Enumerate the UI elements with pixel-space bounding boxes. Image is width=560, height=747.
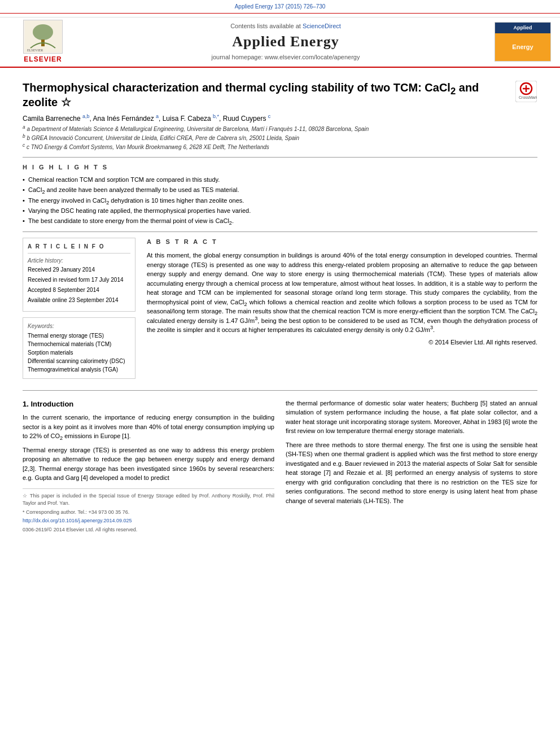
journal-title: Applied Energy: [77, 32, 495, 52]
svg-point-1: [33, 24, 53, 40]
body-right-paragraph-1: the thermal performance of domestic sola…: [286, 399, 537, 436]
sciencedirect-link[interactable]: ScienceDirect: [303, 23, 341, 29]
section-divider-2: [23, 231, 537, 232]
intro-paragraph-2: Thermal energy storage (TES) is presente…: [23, 445, 274, 483]
article-info-column: A R T I C L E I N F O Article history: R…: [23, 238, 135, 385]
article-info-abstract: A R T I C L E I N F O Article history: R…: [23, 238, 537, 385]
revised-date: Received in revised form 17 July 2014: [28, 276, 130, 284]
accepted-date: Accepted 8 September 2014: [28, 286, 130, 294]
intro-paragraph-1: In the current scenario, the importance …: [23, 413, 274, 441]
header-main: ELSEVIER ELSEVIER Contents lists availab…: [0, 17, 560, 67]
applied-energy-logo-top: Applied: [495, 23, 550, 33]
article-title: Thermophysical characterization and ther…: [23, 80, 506, 110]
crossmark-logo: CrossMark: [515, 80, 537, 103]
footer-section: ☆ This paper is included in the Special …: [23, 488, 274, 534]
elsevier-brand-text: ELSEVIER: [24, 55, 62, 64]
keyword-1: Thermal energy storage (TES): [28, 331, 130, 340]
available-date: Available online 23 September 2014: [28, 296, 130, 304]
intro-section-title: 1. Introduction: [23, 399, 274, 410]
body-right-paragraph-2: There are three methods to store thermal…: [286, 440, 537, 506]
highlight-item-3: The energy involved in CaCl2 dehydration…: [23, 196, 537, 205]
page: Applied Energy 137 (2015) 726–730 ELSEVI…: [0, 0, 560, 747]
keyword-3: Sorption materials: [28, 348, 130, 357]
highlight-item-1: Chemical reaction TCM and sorption TCM a…: [23, 176, 537, 184]
copyright-line: © 2014 Elsevier Ltd. All rights reserved…: [147, 338, 537, 347]
section-divider-3: [23, 390, 537, 391]
article-info-block: A R T I C L E I N F O Article history: R…: [23, 238, 135, 312]
body-col-left: 1. Introduction In the current scenario,…: [23, 399, 274, 535]
page-header-strip: Applied Energy 137 (2015) 726–730: [0, 0, 560, 14]
keywords-label: Keywords:: [28, 322, 130, 330]
affiliation-b: b b GREA Innovació Concurrent, Universit…: [23, 134, 537, 142]
body-two-col: 1. Introduction In the current scenario,…: [23, 399, 537, 535]
footnote-1: ☆ This paper is included in the Special …: [23, 492, 274, 508]
applied-energy-logo: Applied Energy: [495, 22, 551, 62]
keyword-5: Thermogravimetrical analysis (TGA): [28, 365, 130, 374]
journal-homepage: journal homepage: www.elsevier.com/locat…: [77, 53, 495, 62]
body-col-right: the thermal performance of domestic sola…: [286, 399, 537, 535]
authors-line: Camila Barreneche a,b, Ana Inés Fernánde…: [23, 114, 537, 124]
affiliation-a: a a Department of Materials Science & Me…: [23, 125, 537, 133]
applied-energy-logo-bottom: Energy: [495, 33, 550, 61]
highlight-item-2: CaCl2 and zeolite have been analyzed the…: [23, 186, 537, 194]
highlight-item-5: The best candidate to store energy from …: [23, 217, 537, 225]
article-body: Thermophysical characterization and ther…: [0, 68, 560, 547]
svg-text:ELSEVIER: ELSEVIER: [27, 49, 43, 52]
journal-reference: Applied Energy 137 (2015) 726–730: [235, 3, 326, 10]
abstract-text: At this moment, the global energy consum…: [147, 251, 537, 335]
abstract-column: A B S T R A C T At this moment, the glob…: [147, 238, 537, 385]
highlight-item-4: Varying the DSC heating rate applied, th…: [23, 207, 537, 215]
highlights-section: H I G H L I G H T S Chemical reaction TC…: [23, 163, 537, 225]
doi-link[interactable]: http://dx.doi.org/10.1016/j.apenergy.201…: [23, 517, 274, 525]
highlights-label: H I G H L I G H T S: [23, 163, 537, 172]
footer-copyright: 0306-2619/© 2014 Elsevier Ltd. All right…: [23, 526, 274, 534]
keywords-block: Keywords: Thermal energy storage (TES) T…: [23, 317, 135, 379]
footnote-2: * Corresponding author. Tel.: +34 973 00…: [23, 509, 274, 517]
contents-line: Contents lists available at ScienceDirec…: [77, 22, 495, 30]
elsevier-logo: ELSEVIER ELSEVIER: [9, 20, 77, 64]
svg-text:CrossMark: CrossMark: [519, 95, 537, 99]
article-info-title: A R T I C L E I N F O: [28, 243, 130, 254]
journal-center: Contents lists available at ScienceDirec…: [77, 22, 495, 62]
section-divider-1: [23, 157, 537, 158]
received-date: Received 29 January 2014: [28, 266, 130, 274]
keyword-2: Thermochemical materials (TCM): [28, 340, 130, 348]
abstract-label: A B S T R A C T: [147, 238, 537, 246]
keyword-4: Differential scanning calorimetry (DSC): [28, 357, 130, 365]
elsevier-logo-box: ELSEVIER: [23, 20, 63, 54]
article-title-section: Thermophysical characterization and ther…: [23, 80, 537, 110]
affiliation-c: c c TNO Energy & Comfort Systems, Van Mo…: [23, 143, 537, 151]
article-history-label: Article history:: [28, 257, 130, 265]
journal-header: ELSEVIER ELSEVIER Contents lists availab…: [0, 14, 560, 68]
